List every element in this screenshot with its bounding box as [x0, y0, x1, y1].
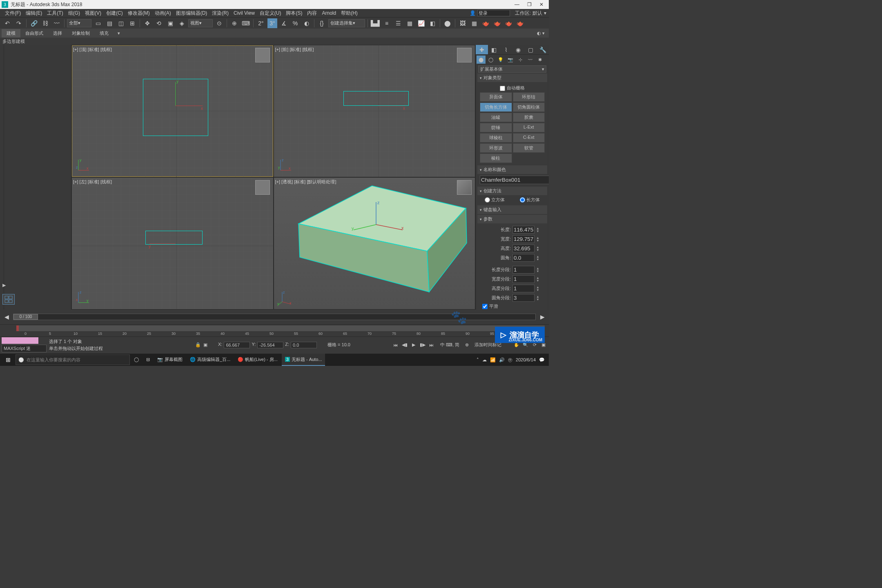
display-tab[interactable]: ▢ [524, 45, 537, 54]
viewport-front[interactable]: [+] [前] [标准] [线框] x z x y [274, 45, 475, 177]
maxscript-listener[interactable]: MAXScript 迷 [2, 345, 47, 352]
btn-capsule[interactable]: 胶囊 [513, 113, 545, 122]
spinner-snap-button[interactable]: ◐ [302, 18, 312, 28]
login-field[interactable] [477, 10, 510, 16]
btn-hedra[interactable]: 异面体 [480, 92, 512, 102]
toggle-ribbon-button[interactable]: ▦ [405, 18, 414, 28]
material-editor-button[interactable]: ⬤ [443, 18, 452, 28]
fillet-input[interactable] [512, 254, 535, 262]
select-place-button[interactable]: ◈ [177, 18, 187, 28]
utilities-tab[interactable]: 🔧 [537, 45, 549, 54]
select-rotate-button[interactable]: ⟲ [154, 18, 164, 28]
rollout-create-method[interactable]: 创建方法 [477, 187, 547, 195]
tray-date[interactable]: 2020/6/14 [516, 357, 536, 362]
bind-spacewarp-button[interactable]: 〰 [52, 18, 62, 28]
window-crossing-button[interactable]: ⊞ [127, 18, 137, 28]
ribbon-tab-populate[interactable]: 填充 [95, 29, 114, 38]
wseg-spinner[interactable]: ▲▼ [536, 276, 540, 282]
time-tag-icon[interactable]: ⊕ [465, 342, 469, 347]
shapes-subtab[interactable]: ◯ [486, 56, 495, 64]
lseg-input[interactable] [512, 266, 535, 274]
scene-explorer-strip[interactable] [4, 45, 71, 310]
menu-help[interactable]: 帮助(H) [339, 10, 360, 17]
named-selection-dropdown[interactable]: 创建选择集 ▾ [328, 19, 365, 27]
fseg-input[interactable] [512, 294, 535, 302]
taskbar-edge[interactable]: 🌐高级编辑器_百... [187, 354, 234, 366]
lights-subtab[interactable]: 💡 [496, 56, 505, 64]
width-input[interactable] [512, 235, 535, 243]
render-iter-button[interactable]: 🫖 [492, 18, 502, 28]
angle-snap-button[interactable]: ∡ [279, 18, 289, 28]
taskbar-3dsmax[interactable]: 3无标题 - Auto... [282, 354, 325, 366]
viewcube-front[interactable] [457, 48, 472, 62]
systems-subtab[interactable]: ✱ [535, 56, 544, 64]
use-pivot-button[interactable]: ⊙ [214, 18, 224, 28]
ribbon-chevron-icon[interactable]: ▾ [118, 31, 120, 36]
btn-oiltank[interactable]: 油罐 [480, 113, 512, 122]
link-button[interactable]: 🔗 [29, 18, 39, 28]
viewport-persp-label[interactable]: [+] [透视] [标准] [默认明暗处理] [275, 179, 336, 185]
menu-rendering[interactable]: 渲染(R) [209, 10, 231, 17]
menu-customize[interactable]: 自定义(U) [257, 10, 284, 17]
rollout-parameters[interactable]: 参数 [477, 215, 547, 223]
ribbon-tab-paint[interactable]: 对象绘制 [67, 29, 95, 38]
height-input[interactable] [512, 245, 535, 252]
motion-tab[interactable]: ◉ [512, 45, 524, 54]
btn-hose[interactable]: 软管 [513, 143, 545, 153]
helpers-subtab[interactable]: ⊹ [516, 56, 525, 64]
btn-lext[interactable]: L-Ext [513, 123, 545, 132]
isolate-icon[interactable]: ▣ [203, 342, 207, 347]
radio-box[interactable]: 长方体 [520, 197, 540, 203]
select-by-name-button[interactable]: ▤ [105, 18, 114, 28]
tray-notif-icon[interactable]: 💬 [539, 357, 545, 363]
btn-gengon[interactable]: 球棱柱 [480, 133, 512, 143]
hseg-spinner[interactable]: ▲▼ [536, 286, 540, 292]
object-name-input[interactable] [480, 176, 549, 184]
edit-selection-set-button[interactable]: {} [317, 18, 327, 28]
select-region-button[interactable]: ◫ [116, 18, 126, 28]
viewcube-left[interactable] [255, 180, 270, 195]
render-frame-button[interactable]: ▦ [469, 18, 479, 28]
btn-cext[interactable]: C-Ext [513, 133, 545, 143]
menu-animation[interactable]: 动画(A) [152, 10, 174, 17]
viewport-top[interactable]: [+] [顶] [标准] [线框] y x y x z [72, 45, 273, 177]
menu-civil-view[interactable]: Civil View [231, 10, 257, 16]
rollout-name-color[interactable]: 名称和颜色 [477, 165, 547, 174]
select-manipulate-button[interactable]: ⊕ [229, 18, 239, 28]
goto-end-button[interactable]: ⏭ [428, 341, 435, 349]
menu-arnold[interactable]: Arnold [319, 10, 339, 16]
ribbon-panel-label[interactable]: 多边形建模 [2, 38, 25, 45]
undo-button[interactable]: ↶ [2, 18, 12, 28]
z-coord[interactable]: 0.0 [291, 342, 317, 348]
btn-ringwave[interactable]: 环形波 [480, 143, 512, 153]
taskbar-live[interactable]: 🔴帆船(Live) - 房... [234, 354, 281, 366]
mirror-button[interactable]: ▙▟ [370, 18, 380, 28]
layers-button[interactable]: ☰ [393, 18, 403, 28]
fillet-spinner[interactable]: ▲▼ [536, 255, 540, 261]
schematic-view-button[interactable]: ◧ [428, 18, 437, 28]
length-input[interactable] [512, 226, 535, 234]
menu-content[interactable]: 内容 [305, 10, 319, 17]
time-left-icon[interactable]: ◀ [2, 312, 11, 322]
ribbon-tab-selection[interactable]: 选择 [48, 29, 67, 38]
fseg-spinner[interactable]: ▲▼ [536, 295, 540, 301]
play-button[interactable]: ▶ [410, 341, 417, 349]
tray-cloud-icon[interactable]: ☁ [482, 357, 487, 363]
smooth-checkbox[interactable] [482, 304, 488, 309]
render-active-button[interactable]: 🫖 [503, 18, 513, 28]
select-move-button[interactable]: ✥ [143, 18, 152, 28]
cameras-subtab[interactable]: 📷 [506, 56, 515, 64]
btn-spindle[interactable]: 纺锤 [480, 123, 512, 132]
category-dropdown[interactable]: 扩展基本体▾ [478, 65, 546, 73]
frame-bar[interactable] [0, 324, 549, 332]
modify-tab[interactable]: ◧ [488, 45, 500, 54]
tray-wifi-icon[interactable]: 📶 [490, 357, 496, 363]
menu-views[interactable]: 视图(V) [82, 10, 104, 17]
align-button[interactable]: ≡ [382, 18, 392, 28]
tray-ime-icon[interactable]: ㊥ [508, 357, 512, 363]
close-button[interactable]: ✕ [539, 2, 544, 7]
btn-chamferbox[interactable]: 切角长方体 [480, 102, 512, 112]
menu-group[interactable]: 组(G) [66, 10, 82, 17]
ribbon-collapse-icon[interactable]: ◐ ▾ [535, 31, 547, 36]
user-icon[interactable]: 👤 [470, 10, 476, 16]
